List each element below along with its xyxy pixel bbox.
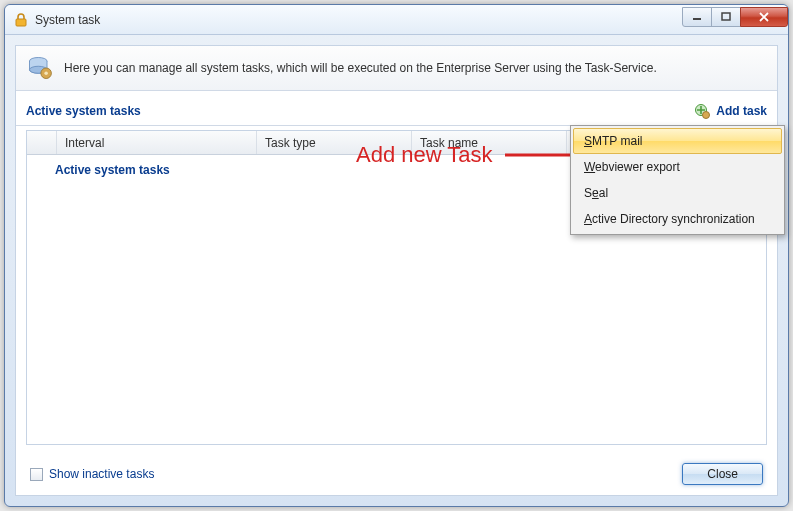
column-task-name[interactable]: Task name xyxy=(412,131,567,154)
content-panel: Here you can manage all system tasks, wh… xyxy=(15,45,778,496)
database-gear-icon xyxy=(26,54,54,82)
section-title: Active system tasks xyxy=(26,104,141,118)
add-task-button[interactable]: Add task xyxy=(694,103,767,119)
add-task-gear-icon xyxy=(694,103,710,119)
menu-item-webviewer-export[interactable]: Webviewer export xyxy=(573,154,782,180)
add-task-label: Add task xyxy=(716,104,767,118)
window-title: System task xyxy=(35,13,683,27)
show-inactive-checkbox[interactable]: Show inactive tasks xyxy=(30,467,154,481)
svg-rect-2 xyxy=(722,13,730,20)
info-bar: Here you can manage all system tasks, wh… xyxy=(16,46,777,91)
maximize-button[interactable] xyxy=(711,7,741,27)
column-interval[interactable]: Interval xyxy=(57,131,257,154)
lock-icon xyxy=(13,12,29,28)
column-spacer[interactable] xyxy=(27,131,57,154)
menu-item-active-directory-synchronization[interactable]: Active Directory synchronization xyxy=(573,206,782,232)
window-controls xyxy=(683,7,788,29)
column-task-type[interactable]: Task type xyxy=(257,131,412,154)
section-header: Active system tasks Add task xyxy=(16,97,777,126)
svg-rect-0 xyxy=(16,19,26,26)
info-text: Here you can manage all system tasks, wh… xyxy=(64,61,657,75)
checkbox-box xyxy=(30,468,43,481)
close-window-button[interactable] xyxy=(740,7,788,27)
show-inactive-label: Show inactive tasks xyxy=(49,467,154,481)
titlebar[interactable]: System task xyxy=(5,5,788,35)
footer: Show inactive tasks Close xyxy=(16,453,777,495)
svg-rect-1 xyxy=(693,18,701,20)
menu-item-smtp-mail[interactable]: SMTP mail xyxy=(573,128,782,154)
system-task-window: System task Here you can manage all syst… xyxy=(4,4,789,507)
minimize-button[interactable] xyxy=(682,7,712,27)
svg-point-6 xyxy=(44,72,48,76)
add-task-menu: SMTP mailWebviewer exportSealActive Dire… xyxy=(570,125,785,235)
svg-point-8 xyxy=(703,112,710,119)
close-button[interactable]: Close xyxy=(682,463,763,485)
menu-item-seal[interactable]: Seal xyxy=(573,180,782,206)
